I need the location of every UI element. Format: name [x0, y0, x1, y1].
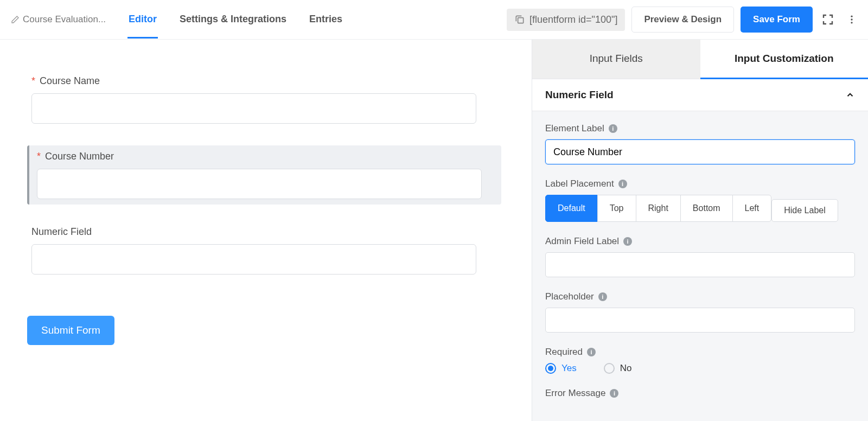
section-header[interactable]: Numeric Field — [532, 79, 868, 111]
ctl-placeholder: Placeholder i — [545, 291, 855, 333]
info-icon[interactable]: i — [587, 348, 596, 356]
required-star-icon: * — [37, 151, 41, 162]
required-no[interactable]: No — [604, 363, 632, 374]
ctl-admin-field-label: Admin Field Label i — [545, 236, 855, 277]
seg-left[interactable]: Left — [732, 195, 772, 222]
sidebar-tab-input-fields[interactable]: Input Fields — [532, 40, 700, 79]
label-placement-group: Default Top Right Bottom Left Hide Label — [545, 195, 855, 222]
ctl-label-text: Error Message — [545, 388, 605, 399]
field-label-text: Course Name — [40, 75, 100, 87]
form-field-course-name[interactable]: * Course Name — [27, 70, 501, 129]
tab-editor[interactable]: Editor — [127, 1, 158, 39]
topbar-right: [fluentform id="100"] Preview & Design S… — [507, 7, 860, 33]
form-title[interactable]: Course Evaluation... — [11, 14, 106, 25]
svg-rect-0 — [518, 18, 524, 23]
section-title: Numeric Field — [545, 89, 614, 101]
ctl-label: Admin Field Label i — [545, 236, 855, 247]
more-vertical-icon — [846, 14, 857, 25]
form-canvas: * Course Name * Course Number Numeric Fi… — [0, 40, 532, 421]
field-label-text: Numeric Field — [31, 226, 92, 238]
svg-point-3 — [851, 22, 852, 23]
tab-settings[interactable]: Settings & Integrations — [178, 1, 288, 39]
radio-label: Yes — [561, 363, 577, 374]
form-field-course-number[interactable]: * Course Number — [27, 145, 501, 205]
ctl-label: Element Label i — [545, 123, 855, 134]
radio-icon — [604, 363, 615, 374]
element-label-input[interactable] — [545, 139, 855, 164]
ctl-label-placement: Label Placement i Default Top Right Bott… — [545, 178, 855, 222]
chevron-up-icon — [845, 90, 855, 100]
field-label: * Course Name — [31, 75, 499, 87]
main: * Course Name * Course Number Numeric Fi… — [0, 40, 868, 421]
field-label-text: Course Number — [45, 151, 114, 162]
ctl-label: Placeholder i — [545, 291, 855, 302]
ctl-error-message: Error Message i — [545, 388, 855, 399]
course-number-input[interactable] — [37, 169, 482, 199]
ctl-label-text: Placeholder — [545, 291, 594, 302]
seg-hide-label[interactable]: Hide Label — [771, 199, 838, 222]
radio-label: No — [620, 363, 632, 374]
svg-point-2 — [851, 18, 852, 20]
field-label: Numeric Field — [31, 226, 499, 238]
sidebar: Input Fields Input Customization Numeric… — [532, 40, 868, 421]
ctl-label: Error Message i — [545, 388, 855, 399]
course-name-input[interactable] — [31, 93, 476, 124]
topbar: Course Evaluation... Editor Settings & I… — [0, 0, 868, 40]
ctl-label-text: Admin Field Label — [545, 236, 619, 247]
placeholder-input[interactable] — [545, 308, 855, 333]
save-form-button[interactable]: Save Form — [741, 7, 813, 33]
panel-body: Element Label i Label Placement i Defaul… — [532, 111, 868, 418]
seg-right[interactable]: Right — [636, 195, 681, 222]
ctl-element-label: Element Label i — [545, 123, 855, 164]
ctl-required: Required i Yes No — [545, 347, 855, 374]
shortcode-box[interactable]: [fluentform id="100"] — [507, 9, 625, 31]
info-icon[interactable]: i — [610, 389, 618, 398]
seg-top[interactable]: Top — [597, 195, 636, 222]
submit-button[interactable]: Submit Form — [27, 316, 114, 345]
form-title-text: Course Evaluation... — [23, 14, 106, 25]
info-icon[interactable]: i — [623, 237, 632, 246]
fullscreen-icon — [821, 13, 834, 26]
tab-entries[interactable]: Entries — [308, 1, 343, 39]
svg-point-1 — [851, 16, 852, 17]
ctl-label: Label Placement i — [545, 178, 855, 189]
field-label: * Course Number — [37, 151, 499, 162]
sidebar-tabs: Input Fields Input Customization — [532, 40, 868, 79]
form-field-numeric[interactable]: Numeric Field — [27, 221, 501, 280]
copy-icon — [514, 14, 525, 25]
info-icon[interactable]: i — [618, 180, 627, 188]
seg-default[interactable]: Default — [545, 195, 598, 222]
preview-design-button[interactable]: Preview & Design — [631, 7, 734, 33]
fullscreen-button[interactable] — [819, 11, 837, 28]
required-yes[interactable]: Yes — [545, 363, 577, 374]
required-radio-group: Yes No — [545, 363, 855, 374]
info-icon[interactable]: i — [598, 292, 607, 301]
numeric-field-input[interactable] — [31, 244, 476, 275]
shortcode-text: [fluentform id="100"] — [529, 14, 617, 25]
ctl-label-text: Required — [545, 347, 583, 358]
admin-field-label-input[interactable] — [545, 252, 855, 277]
required-star-icon: * — [31, 75, 35, 87]
nav-tabs: Editor Settings & Integrations Entries — [127, 1, 343, 39]
ctl-label: Required i — [545, 347, 855, 358]
more-menu-button[interactable] — [843, 11, 860, 28]
info-icon[interactable]: i — [609, 124, 617, 133]
ctl-label-text: Element Label — [545, 123, 604, 134]
radio-icon — [545, 363, 556, 374]
sidebar-tab-input-customization[interactable]: Input Customization — [700, 40, 869, 79]
pencil-icon — [11, 15, 20, 24]
seg-bottom[interactable]: Bottom — [680, 195, 733, 222]
ctl-label-text: Label Placement — [545, 178, 614, 189]
